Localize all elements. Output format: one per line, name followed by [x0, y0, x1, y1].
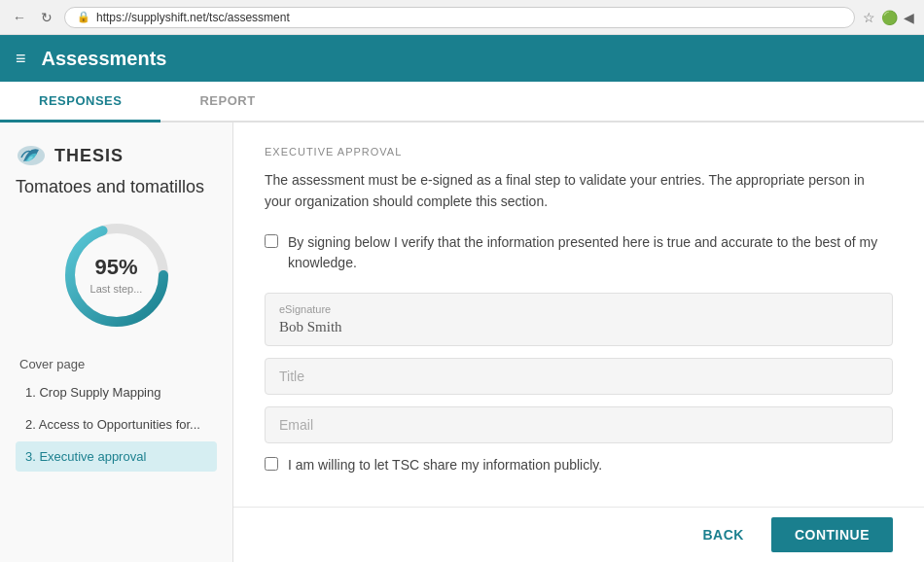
nav-item-access-opportunities[interactable]: 2. Access to Opportunities for...	[16, 409, 217, 439]
verify-checkbox-row: By signing below I verify that the infor…	[265, 232, 893, 273]
extension-icon2[interactable]: ◀	[904, 10, 914, 25]
verify-checkbox[interactable]	[265, 234, 278, 248]
url-text: https://supplyshift.net/tsc/assessment	[96, 11, 290, 24]
main-body: THESIS Tomatoes and tomatillos	[0, 123, 924, 562]
title-placeholder: Title	[279, 369, 304, 384]
share-label: I am willing to let TSC share my informa…	[288, 455, 602, 475]
donut-center: 95% Last step...	[90, 255, 143, 296]
extension-icon1[interactable]: 🟢	[881, 10, 898, 25]
nav-item-crop-supply[interactable]: 1. Crop Supply Mapping	[16, 377, 217, 407]
section-label: EXECUTIVE APPROVAL	[265, 146, 893, 158]
verify-label: By signing below I verify that the infor…	[288, 232, 893, 273]
back-button[interactable]: BACK	[687, 519, 759, 550]
reload-button[interactable]: ↻	[37, 8, 56, 27]
tab-responses[interactable]: RESPONSES	[0, 82, 160, 123]
sidebar-logo: THESIS	[16, 142, 217, 169]
back-button[interactable]: ←	[10, 8, 29, 27]
title-field[interactable]: Title	[265, 358, 893, 395]
esignature-field[interactable]: eSignature Bob Smith	[265, 293, 893, 346]
star-icon[interactable]: ☆	[863, 10, 875, 25]
company-name: Tomatoes and tomatillos	[16, 177, 217, 197]
top-nav: ≡ Assessments	[0, 35, 924, 82]
continue-button[interactable]: CONTINUE	[771, 517, 893, 552]
content-area: RESPONSES REPORT THESIS Tomatoes and tom…	[0, 82, 924, 562]
section-description: The assessment must be e-signed as a fin…	[265, 169, 893, 213]
right-panel: EXECUTIVE APPROVAL The assessment must b…	[233, 123, 924, 507]
app-title: Assessments	[42, 48, 167, 70]
lock-icon: 🔒	[77, 11, 90, 23]
nav-item-executive-approval[interactable]: 3. Executive approval	[16, 441, 217, 472]
sidebar: THESIS Tomatoes and tomatillos	[0, 123, 233, 562]
share-checkbox-row: I am willing to let TSC share my informa…	[265, 455, 893, 475]
email-field[interactable]: Email	[265, 406, 893, 443]
donut-percent: 95%	[90, 255, 143, 280]
bottom-bar: BACK CONTINUE	[233, 507, 924, 562]
donut-sublabel: Last step...	[90, 283, 143, 295]
donut-chart: 95% Last step...	[16, 217, 217, 334]
share-checkbox[interactable]	[265, 457, 278, 471]
tab-bar: RESPONSES REPORT	[0, 82, 924, 123]
url-bar[interactable]: 🔒 https://supplyshift.net/tsc/assessment	[64, 7, 855, 28]
logo-text: THESIS	[54, 146, 124, 166]
browser-actions: ☆ 🟢 ◀	[863, 10, 914, 25]
browser-chrome: ← ↻ 🔒 https://supplyshift.net/tsc/assess…	[0, 0, 924, 35]
sidebar-section-label: Cover page	[16, 357, 217, 371]
tab-report[interactable]: REPORT	[160, 82, 294, 123]
hamburger-icon[interactable]: ≡	[16, 49, 26, 69]
esignature-value: Bob Smith	[279, 319, 342, 334]
email-placeholder: Email	[279, 417, 313, 433]
esignature-label: eSignature	[279, 303, 878, 315]
thesis-logo-icon	[16, 142, 47, 169]
